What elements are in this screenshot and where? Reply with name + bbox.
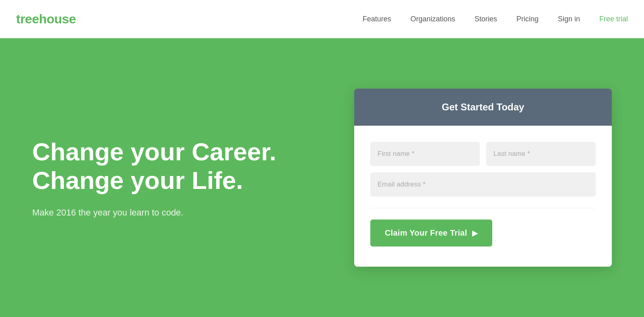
hero-section: Change your Career. Change your Life. Ma… (0, 38, 644, 317)
main-nav: Features Organizations Stories Pricing S… (363, 15, 628, 23)
nav-stories[interactable]: Stories (475, 15, 497, 23)
card-title: Get Started Today (367, 102, 599, 113)
first-name-input[interactable] (370, 142, 480, 166)
nav-features[interactable]: Features (363, 15, 391, 23)
hero-text-block: Change your Career. Change your Life. Ma… (32, 137, 354, 218)
last-name-input[interactable] (486, 142, 596, 166)
site-logo[interactable]: treehouse (16, 12, 76, 27)
claim-trial-button[interactable]: Claim Your Free Trial ▶ (370, 220, 492, 247)
hero-headline: Change your Career. Change your Life. (32, 137, 330, 195)
form-divider (370, 208, 596, 208)
cta-label: Claim Your Free Trial (385, 228, 467, 238)
signup-card: Get Started Today Claim Your Free Trial … (354, 89, 612, 267)
nav-organizations[interactable]: Organizations (411, 15, 455, 23)
nav-free-trial[interactable]: Free trial (599, 15, 628, 23)
card-body: Claim Your Free Trial ▶ (354, 126, 612, 267)
hero-subtext: Make 2016 the year you learn to code. (32, 207, 330, 218)
name-row (370, 142, 596, 166)
cta-arrow-icon: ▶ (472, 229, 478, 238)
email-input[interactable] (370, 172, 596, 197)
nav-pricing[interactable]: Pricing (516, 15, 539, 23)
site-header: treehouse Features Organizations Stories… (0, 0, 644, 38)
card-header: Get Started Today (354, 89, 612, 126)
nav-signin[interactable]: Sign in (558, 15, 580, 23)
